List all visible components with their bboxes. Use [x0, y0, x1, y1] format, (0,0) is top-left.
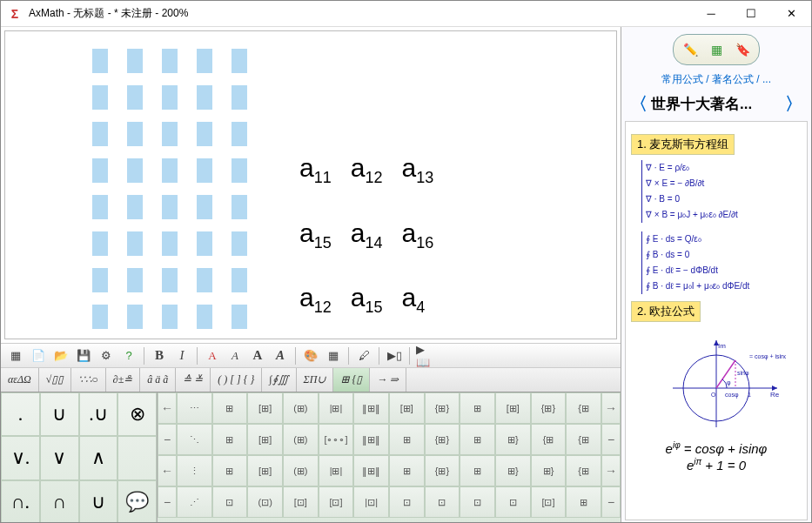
- matrix-template-2-3[interactable]: (⊞): [283, 455, 319, 486]
- matrix-template-0-6[interactable]: [⊞]: [389, 392, 425, 424]
- matrix-template-0-5[interactable]: ‖⊞‖: [353, 392, 389, 424]
- brush-button[interactable]: 🖊: [354, 346, 373, 365]
- matrix-template-3-11[interactable]: ⊞: [566, 486, 601, 518]
- font-style-3[interactable]: A: [248, 346, 267, 365]
- tab-2[interactable]: ∵∴○: [71, 368, 106, 392]
- operator-cell-3[interactable]: ⊗: [117, 392, 157, 436]
- operator-cell-1[interactable]: ∪: [40, 392, 79, 436]
- grid-icon[interactable]: ▦: [704, 39, 728, 60]
- open-button[interactable]: 📂: [51, 346, 70, 365]
- operator-cell-10[interactable]: ∪: [79, 480, 118, 523]
- new-doc-button[interactable]: ▦: [6, 346, 25, 365]
- matrix-template-2-10[interactable]: ⊞}: [531, 455, 567, 486]
- matrix-template-3-9[interactable]: ⊡: [495, 486, 531, 518]
- copy-button[interactable]: 📄: [29, 346, 48, 365]
- matrix-template-2-0[interactable]: ⋮: [177, 455, 212, 486]
- operator-cell-4[interactable]: ∨.: [1, 436, 40, 479]
- row-left-0[interactable]: ←: [158, 392, 177, 424]
- operator-cell-8[interactable]: ∩.: [1, 480, 40, 523]
- nav-prev[interactable]: 〈: [627, 92, 651, 116]
- nav-next[interactable]: 〉: [782, 92, 806, 116]
- matrix-content[interactable]: a11a12a13 a15a14a16 a12a15a4: [299, 153, 433, 329]
- operator-cell-7[interactable]: [117, 436, 157, 479]
- operator-cell-0[interactable]: .: [1, 392, 40, 436]
- operator-cell-11[interactable]: 💬: [117, 480, 157, 523]
- matrix-template-1-2[interactable]: [⊞]: [247, 424, 283, 455]
- settings-button[interactable]: ⚙: [97, 346, 116, 365]
- matrix-template-2-5[interactable]: ‖⊞‖: [353, 455, 389, 486]
- font-style-4[interactable]: A: [271, 346, 290, 365]
- euler-equation-1[interactable]: eiφ = cosφ + isinφ: [631, 440, 802, 457]
- matrix-template-2-11[interactable]: {⊞: [566, 455, 601, 486]
- matrix-template-1-4[interactable]: [∘∘∘]: [319, 424, 354, 455]
- tab-5[interactable]: ≙ ≚: [176, 368, 211, 392]
- matrix-template-2-7[interactable]: {⊞}: [425, 455, 460, 486]
- sidebar-breadcrumb[interactable]: 常用公式 / 著名公式 / ...: [621, 69, 811, 91]
- matrix-template-2-9[interactable]: ⊞}: [495, 455, 531, 486]
- matrix-template-0-3[interactable]: (⊞): [283, 392, 319, 424]
- row-right-2[interactable]: →: [601, 455, 621, 486]
- matrix-template-0-11[interactable]: {⊞: [566, 392, 601, 424]
- tab-1[interactable]: √▯▯: [39, 368, 71, 392]
- matrix-template-3-0[interactable]: ⋰: [177, 486, 212, 518]
- matrix-template-0-1[interactable]: ⊞: [212, 392, 248, 424]
- equation-editor[interactable]: a11a12a13 a15a14a16 a12a15a4: [4, 30, 617, 339]
- maximize-button[interactable]: ☐: [731, 1, 771, 27]
- matrix-template-3-7[interactable]: ⊡: [425, 486, 460, 518]
- matrix-template-2-6[interactable]: ⊞: [389, 455, 425, 486]
- matrix-template-0-2[interactable]: [⊞]: [247, 392, 283, 424]
- matrix-template-1-3[interactable]: (⊞): [283, 424, 319, 455]
- palette-button[interactable]: ▦: [324, 346, 343, 365]
- maxwell-differential[interactable]: ∇ · E = ρ/ε₀∇ × E = − ∂B/∂t∇ · B = 0∇ × …: [631, 160, 802, 223]
- matrix-template-0-7[interactable]: {⊞}: [425, 392, 460, 424]
- row-left-3[interactable]: −: [158, 486, 177, 518]
- matrix-template-1-9[interactable]: ⊞}: [495, 424, 531, 455]
- matrix-template-2-8[interactable]: ⊞: [460, 455, 495, 486]
- row-left-2[interactable]: ←: [158, 455, 177, 486]
- color-button[interactable]: 🎨: [301, 346, 320, 365]
- operator-cell-9[interactable]: ∩: [40, 480, 79, 523]
- row-right-0[interactable]: →: [601, 392, 621, 424]
- operator-cell-2[interactable]: .∪: [79, 392, 118, 436]
- matrix-template-2-4[interactable]: |⊞|: [319, 455, 354, 486]
- matrix-template-3-8[interactable]: ⊡: [460, 486, 495, 518]
- minimize-button[interactable]: ─: [691, 1, 731, 27]
- close-button[interactable]: ✕: [771, 1, 811, 27]
- tab-10[interactable]: → ⇒: [370, 368, 406, 392]
- matrix-template-0-8[interactable]: ⊞: [460, 392, 495, 424]
- row-right-3[interactable]: −: [601, 486, 621, 518]
- matrix-template-2-2[interactable]: [⊞]: [247, 455, 283, 486]
- eraser-icon[interactable]: ✏️: [678, 39, 702, 60]
- tab-0[interactable]: αεΔΩ: [1, 368, 39, 392]
- bold-button[interactable]: B: [150, 346, 169, 365]
- matrix-template-0-0[interactable]: ⋯: [177, 392, 212, 424]
- matrix-template-1-7[interactable]: {⊞}: [425, 424, 460, 455]
- matrix-template-3-1[interactable]: ⊡: [212, 486, 248, 518]
- euler-equation-2[interactable]: eiπ + 1 = 0: [631, 457, 802, 473]
- help-button[interactable]: ?: [119, 346, 138, 365]
- tab-6[interactable]: ( ) [ ] { }: [211, 368, 262, 392]
- font-style-1[interactable]: A: [203, 346, 222, 365]
- font-style-2[interactable]: A: [225, 346, 245, 365]
- italic-button[interactable]: I: [172, 346, 191, 365]
- matrix-template-0-4[interactable]: |⊞|: [319, 392, 354, 424]
- sidebar-content[interactable]: 1. 麦克斯韦方程组 ∇ · E = ρ/ε₀∇ × E = − ∂B/∂t∇ …: [625, 121, 808, 520]
- matrix-template-0-9[interactable]: [⊞]: [495, 392, 531, 424]
- matrix-template-1-5[interactable]: ‖⊞‖: [353, 424, 389, 455]
- matrix-template-3-4[interactable]: [⊡]: [319, 486, 354, 518]
- book-button[interactable]: ▶📖: [415, 346, 434, 365]
- matrix-template-3-5[interactable]: |⊡|: [353, 486, 389, 518]
- matrix-template-1-11[interactable]: {⊞: [566, 424, 601, 455]
- unit-circle-diagram[interactable]: Im Re cosφ sinφ φ O 1 = cosφ + isinφ: [664, 336, 768, 432]
- maxwell-integral[interactable]: ∮ E · ds = Q/ε₀∮ B · ds = 0∮ E · dℓ = − …: [631, 231, 802, 294]
- row-left-1[interactable]: −: [158, 424, 177, 455]
- matrix-template-3-10[interactable]: [⊡]: [531, 486, 567, 518]
- tab-4[interactable]: â ä ã: [140, 368, 176, 392]
- tab-3[interactable]: ∂±≗: [106, 368, 141, 392]
- save-button[interactable]: 💾: [74, 346, 93, 365]
- matrix-template-1-1[interactable]: ⊞: [212, 424, 248, 455]
- matrix-template-3-6[interactable]: ⊡: [389, 486, 425, 518]
- run-button[interactable]: ▶▯: [385, 346, 404, 365]
- tab-7[interactable]: ∫∮∭: [262, 368, 296, 392]
- operator-cell-6[interactable]: ∧: [79, 436, 118, 479]
